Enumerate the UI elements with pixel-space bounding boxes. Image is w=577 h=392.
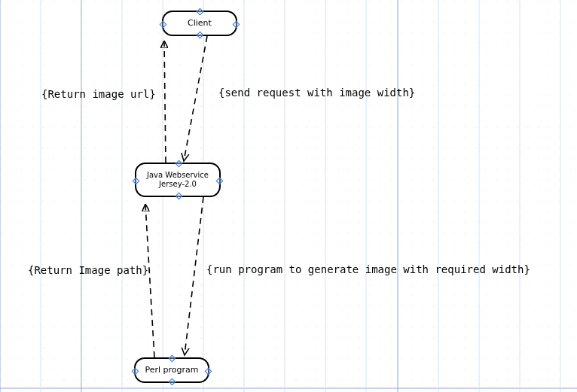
label-send-request: {send request with image width} [218,87,415,99]
node-java-webservice[interactable]: Java Webservice Jersey-2.0 [135,163,221,197]
svg-rect-1 [0,0,577,392]
label-return-image-url: {Return image url} [41,88,156,100]
node-perl-label: Perl program [145,365,198,375]
diagram-canvas: Client Java Webservice Jersey-2.0 Perl p… [0,0,577,392]
grid-background [0,0,577,392]
label-run-program: {run program to generate image with requ… [206,263,530,275]
node-java-label: Java Webservice Jersey-2.0 [147,171,209,190]
label-return-image-path: {Return Image path} [28,264,148,276]
node-client[interactable]: Client [162,11,237,36]
node-client-label: Client [188,18,212,29]
node-perl-program[interactable]: Perl program [134,357,209,383]
